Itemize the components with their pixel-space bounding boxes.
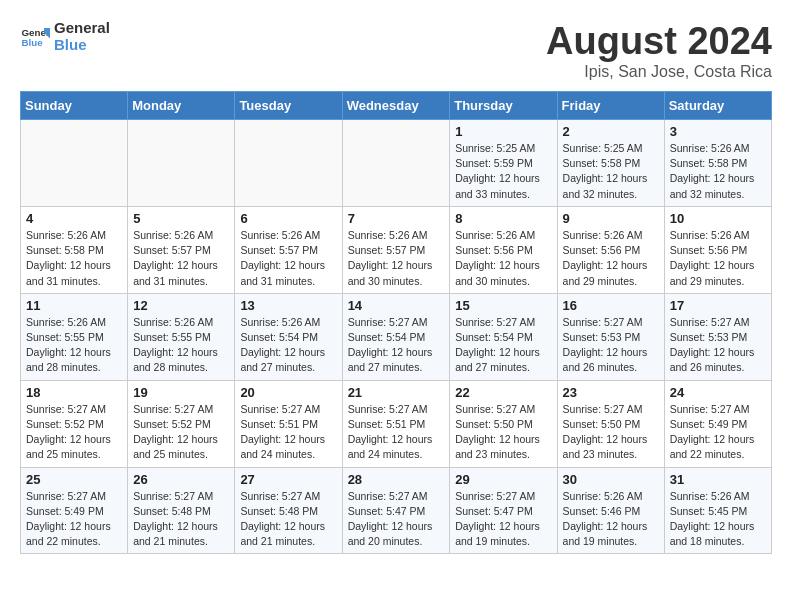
day-of-week-header: Friday [557,92,664,120]
calendar-cell: 18Sunrise: 5:27 AM Sunset: 5:52 PM Dayli… [21,380,128,467]
day-number: 5 [133,211,229,226]
calendar-cell: 5Sunrise: 5:26 AM Sunset: 5:57 PM Daylig… [128,206,235,293]
day-info: Sunrise: 5:27 AM Sunset: 5:51 PM Dayligh… [348,402,445,463]
calendar-cell: 28Sunrise: 5:27 AM Sunset: 5:47 PM Dayli… [342,467,450,554]
calendar-header-row: SundayMondayTuesdayWednesdayThursdayFrid… [21,92,772,120]
day-number: 8 [455,211,551,226]
calendar-week-row: 1Sunrise: 5:25 AM Sunset: 5:59 PM Daylig… [21,120,772,207]
day-info: Sunrise: 5:26 AM Sunset: 5:56 PM Dayligh… [563,228,659,289]
day-info: Sunrise: 5:26 AM Sunset: 5:58 PM Dayligh… [670,141,766,202]
calendar-cell [128,120,235,207]
day-info: Sunrise: 5:26 AM Sunset: 5:55 PM Dayligh… [26,315,122,376]
calendar-cell: 3Sunrise: 5:26 AM Sunset: 5:58 PM Daylig… [664,120,771,207]
day-number: 22 [455,385,551,400]
day-info: Sunrise: 5:25 AM Sunset: 5:58 PM Dayligh… [563,141,659,202]
calendar-cell: 24Sunrise: 5:27 AM Sunset: 5:49 PM Dayli… [664,380,771,467]
day-number: 3 [670,124,766,139]
day-info: Sunrise: 5:27 AM Sunset: 5:54 PM Dayligh… [455,315,551,376]
day-number: 4 [26,211,122,226]
calendar-cell: 9Sunrise: 5:26 AM Sunset: 5:56 PM Daylig… [557,206,664,293]
day-number: 20 [240,385,336,400]
logo-general: General [54,20,110,37]
logo-blue: Blue [54,37,110,54]
calendar-cell: 29Sunrise: 5:27 AM Sunset: 5:47 PM Dayli… [450,467,557,554]
day-number: 9 [563,211,659,226]
calendar-cell: 19Sunrise: 5:27 AM Sunset: 5:52 PM Dayli… [128,380,235,467]
calendar-week-row: 25Sunrise: 5:27 AM Sunset: 5:49 PM Dayli… [21,467,772,554]
day-number: 1 [455,124,551,139]
calendar-cell: 1Sunrise: 5:25 AM Sunset: 5:59 PM Daylig… [450,120,557,207]
day-info: Sunrise: 5:27 AM Sunset: 5:49 PM Dayligh… [26,489,122,550]
day-info: Sunrise: 5:26 AM Sunset: 5:55 PM Dayligh… [133,315,229,376]
day-of-week-header: Sunday [21,92,128,120]
calendar-week-row: 11Sunrise: 5:26 AM Sunset: 5:55 PM Dayli… [21,293,772,380]
calendar-cell: 30Sunrise: 5:26 AM Sunset: 5:46 PM Dayli… [557,467,664,554]
calendar-cell: 14Sunrise: 5:27 AM Sunset: 5:54 PM Dayli… [342,293,450,380]
day-number: 17 [670,298,766,313]
day-info: Sunrise: 5:27 AM Sunset: 5:50 PM Dayligh… [455,402,551,463]
day-number: 16 [563,298,659,313]
subtitle: Ipis, San Jose, Costa Rica [546,63,772,81]
calendar-cell [21,120,128,207]
day-of-week-header: Thursday [450,92,557,120]
main-title: August 2024 [546,20,772,63]
calendar-cell: 25Sunrise: 5:27 AM Sunset: 5:49 PM Dayli… [21,467,128,554]
day-info: Sunrise: 5:27 AM Sunset: 5:53 PM Dayligh… [670,315,766,376]
day-info: Sunrise: 5:26 AM Sunset: 5:56 PM Dayligh… [670,228,766,289]
day-info: Sunrise: 5:27 AM Sunset: 5:48 PM Dayligh… [133,489,229,550]
day-of-week-header: Saturday [664,92,771,120]
day-info: Sunrise: 5:27 AM Sunset: 5:53 PM Dayligh… [563,315,659,376]
day-info: Sunrise: 5:26 AM Sunset: 5:54 PM Dayligh… [240,315,336,376]
calendar-week-row: 4Sunrise: 5:26 AM Sunset: 5:58 PM Daylig… [21,206,772,293]
day-number: 23 [563,385,659,400]
calendar-table: SundayMondayTuesdayWednesdayThursdayFrid… [20,91,772,554]
calendar-cell: 16Sunrise: 5:27 AM Sunset: 5:53 PM Dayli… [557,293,664,380]
calendar-cell: 15Sunrise: 5:27 AM Sunset: 5:54 PM Dayli… [450,293,557,380]
day-of-week-header: Wednesday [342,92,450,120]
calendar-cell: 7Sunrise: 5:26 AM Sunset: 5:57 PM Daylig… [342,206,450,293]
day-number: 31 [670,472,766,487]
day-info: Sunrise: 5:27 AM Sunset: 5:48 PM Dayligh… [240,489,336,550]
day-info: Sunrise: 5:27 AM Sunset: 5:52 PM Dayligh… [26,402,122,463]
calendar-cell [235,120,342,207]
day-info: Sunrise: 5:25 AM Sunset: 5:59 PM Dayligh… [455,141,551,202]
calendar-cell: 22Sunrise: 5:27 AM Sunset: 5:50 PM Dayli… [450,380,557,467]
day-number: 24 [670,385,766,400]
calendar-cell: 8Sunrise: 5:26 AM Sunset: 5:56 PM Daylig… [450,206,557,293]
day-info: Sunrise: 5:27 AM Sunset: 5:51 PM Dayligh… [240,402,336,463]
day-number: 14 [348,298,445,313]
calendar-week-row: 18Sunrise: 5:27 AM Sunset: 5:52 PM Dayli… [21,380,772,467]
calendar-cell: 11Sunrise: 5:26 AM Sunset: 5:55 PM Dayli… [21,293,128,380]
calendar-cell: 6Sunrise: 5:26 AM Sunset: 5:57 PM Daylig… [235,206,342,293]
day-info: Sunrise: 5:26 AM Sunset: 5:57 PM Dayligh… [240,228,336,289]
calendar-cell: 13Sunrise: 5:26 AM Sunset: 5:54 PM Dayli… [235,293,342,380]
day-info: Sunrise: 5:27 AM Sunset: 5:54 PM Dayligh… [348,315,445,376]
day-number: 7 [348,211,445,226]
calendar-cell: 17Sunrise: 5:27 AM Sunset: 5:53 PM Dayli… [664,293,771,380]
day-number: 29 [455,472,551,487]
day-info: Sunrise: 5:26 AM Sunset: 5:46 PM Dayligh… [563,489,659,550]
calendar-body: 1Sunrise: 5:25 AM Sunset: 5:59 PM Daylig… [21,120,772,554]
day-info: Sunrise: 5:27 AM Sunset: 5:47 PM Dayligh… [348,489,445,550]
day-info: Sunrise: 5:26 AM Sunset: 5:58 PM Dayligh… [26,228,122,289]
day-info: Sunrise: 5:26 AM Sunset: 5:56 PM Dayligh… [455,228,551,289]
day-info: Sunrise: 5:27 AM Sunset: 5:47 PM Dayligh… [455,489,551,550]
title-area: August 2024 Ipis, San Jose, Costa Rica [546,20,772,81]
day-of-week-header: Monday [128,92,235,120]
calendar-cell: 2Sunrise: 5:25 AM Sunset: 5:58 PM Daylig… [557,120,664,207]
calendar-cell: 4Sunrise: 5:26 AM Sunset: 5:58 PM Daylig… [21,206,128,293]
day-of-week-header: Tuesday [235,92,342,120]
day-info: Sunrise: 5:26 AM Sunset: 5:57 PM Dayligh… [133,228,229,289]
day-info: Sunrise: 5:27 AM Sunset: 5:49 PM Dayligh… [670,402,766,463]
calendar-cell: 27Sunrise: 5:27 AM Sunset: 5:48 PM Dayli… [235,467,342,554]
day-info: Sunrise: 5:26 AM Sunset: 5:57 PM Dayligh… [348,228,445,289]
calendar-cell: 31Sunrise: 5:26 AM Sunset: 5:45 PM Dayli… [664,467,771,554]
day-number: 2 [563,124,659,139]
day-number: 25 [26,472,122,487]
calendar-cell: 26Sunrise: 5:27 AM Sunset: 5:48 PM Dayli… [128,467,235,554]
day-number: 13 [240,298,336,313]
day-info: Sunrise: 5:27 AM Sunset: 5:52 PM Dayligh… [133,402,229,463]
calendar-cell: 20Sunrise: 5:27 AM Sunset: 5:51 PM Dayli… [235,380,342,467]
calendar-cell: 23Sunrise: 5:27 AM Sunset: 5:50 PM Dayli… [557,380,664,467]
day-number: 19 [133,385,229,400]
